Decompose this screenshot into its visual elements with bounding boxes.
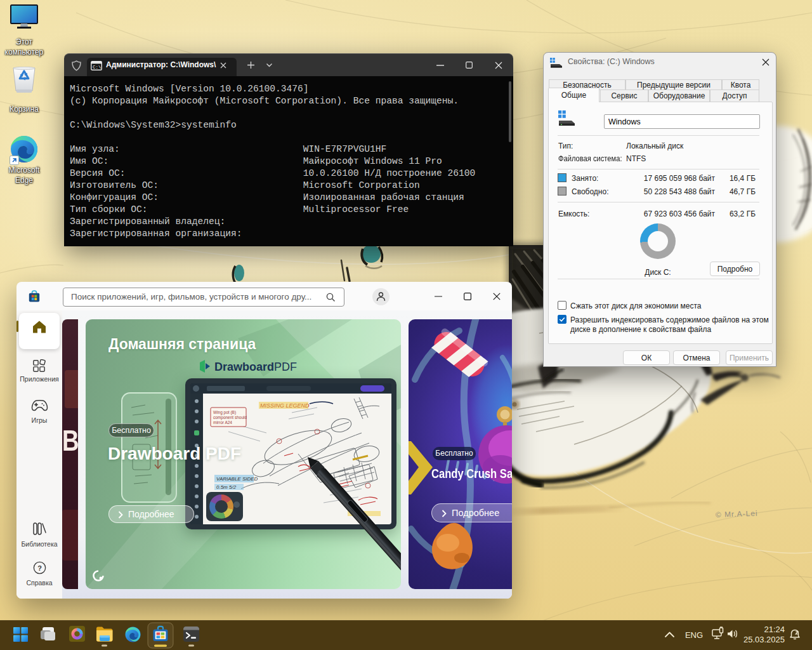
svg-text:C:\: C:\ bbox=[93, 65, 102, 70]
svg-text:25.03.2025: 25.03.2025 bbox=[743, 635, 785, 644]
svg-text:?: ? bbox=[37, 564, 42, 572]
svg-text:© Mr.A-Lei: © Mr.A-Lei bbox=[716, 509, 758, 519]
svg-text:21:24: 21:24 bbox=[764, 625, 785, 634]
svg-text:ENG: ENG bbox=[685, 630, 703, 640]
